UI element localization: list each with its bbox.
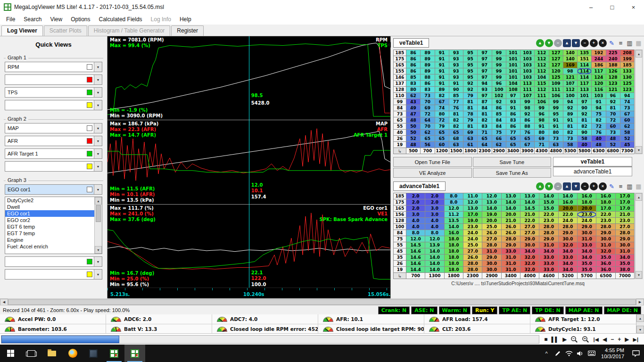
cell-84-5700[interactable]: 30.0 (577, 230, 596, 236)
cell-19-3900[interactable]: 67 (520, 142, 535, 148)
cell-19-1800[interactable]: 18.0 (444, 267, 463, 273)
cell-84-7000[interactable]: 28.0 (615, 230, 634, 236)
channel-combo-tps[interactable]: TPS▼ (5, 87, 102, 98)
cell-185-1300[interactable]: 2.0 (425, 193, 444, 199)
cell-19-1300[interactable]: 14.0 (425, 267, 444, 273)
save-tune-button[interactable]: Save Tune (473, 157, 552, 167)
plus-button[interactable]: + (618, 336, 621, 343)
cell-110-2900[interactable]: 102 (492, 93, 506, 99)
cell-35-5200[interactable]: 33.0 (558, 255, 577, 261)
cell-73-4300[interactable]: 96 (535, 111, 549, 117)
cell-137-2900[interactable]: 96 (492, 81, 506, 87)
scroll-thumb[interactable] (96, 205, 101, 222)
cell-137-700[interactable]: 86 (421, 81, 435, 87)
zoom-in-button[interactable]: + (582, 336, 589, 343)
scroll-up-icon[interactable]: ▲ (636, 193, 642, 201)
cell-84-3900[interactable]: 98 (520, 105, 535, 111)
cell-40-6300[interactable]: 76 (592, 130, 606, 136)
cell-26-1300[interactable]: 14.0 (425, 261, 444, 267)
cell-165-4300[interactable]: 112 (535, 62, 549, 68)
cell-137-4800[interactable]: 109 (549, 81, 563, 87)
menu-file[interactable]: File (2, 15, 19, 24)
cell-73-6300[interactable]: 75 (592, 111, 606, 117)
cell-84-500[interactable]: 49 (406, 105, 421, 111)
graph-hscrollbar[interactable]: ◀ ▶ (0, 298, 644, 305)
cell-40-700[interactable]: 62 (421, 130, 435, 136)
volume-icon[interactable] (575, 351, 586, 356)
cell-175-7000[interactable]: 17.0 (615, 199, 634, 206)
cell-99-1500[interactable]: 77 (449, 99, 463, 105)
cell-137-1200[interactable]: 91 (435, 81, 449, 87)
cell-165-5200[interactable]: 20.0 (558, 206, 577, 212)
cell-165-7300[interactable]: 185 (620, 62, 634, 68)
cell-175-1200[interactable]: 91 (435, 56, 449, 62)
cell-165-3400[interactable]: 14.0 (501, 206, 520, 212)
cell-146-5800[interactable]: 114 (578, 74, 592, 81)
cell-128-4600[interactable]: 23.0 (539, 218, 558, 224)
cell-65-2300[interactable]: 82 (478, 117, 492, 123)
cell-19-2900[interactable]: 62 (492, 142, 506, 148)
cell-128-700[interactable]: 83 (421, 87, 435, 93)
start-button[interactable] (0, 345, 21, 362)
cell-155-5800[interactable]: 114 (578, 68, 592, 74)
cell-99-4800[interactable]: 99 (549, 99, 563, 105)
ve-scale-icon[interactable]: − (554, 39, 562, 47)
cell-45-5700[interactable]: 34.0 (577, 248, 596, 255)
list-item-engine[interactable]: Engine (5, 237, 94, 243)
cell-128-3400[interactable]: 21.0 (501, 218, 520, 224)
cell-175-2900[interactable]: 99 (492, 56, 506, 62)
cell-26-1500[interactable]: 68 (449, 136, 463, 142)
cell-55-1800[interactable]: 81 (463, 123, 478, 130)
cell-26-2900[interactable]: 66 (492, 136, 506, 142)
channel-combo-map[interactable]: MAP▼ (5, 123, 102, 133)
cell-110-1500[interactable]: 85 (449, 93, 463, 99)
table-tab-vetable1[interactable]: veTable1 (553, 157, 632, 167)
cell-99-3900[interactable]: 99 (520, 99, 535, 105)
cell-175-5200[interactable]: 16.0 (558, 199, 577, 206)
cell-40-7300[interactable]: 58 (620, 130, 634, 136)
cell-75-5200[interactable]: 30.0 (558, 236, 577, 242)
cell-55-4800[interactable]: 91 (549, 123, 563, 130)
cell-155-500[interactable]: 86 (406, 68, 421, 74)
advance-shift-down-icon[interactable]: ▼ (572, 182, 580, 190)
cell-73-6800[interactable]: 70 (606, 111, 620, 117)
playback-thumb[interactable] (1, 336, 119, 343)
cell-73-3400[interactable]: 86 (506, 111, 520, 117)
cell-165-4600[interactable]: 15.0 (539, 206, 558, 212)
minimize-button[interactable]: – (580, 0, 602, 14)
cell-128-7000[interactable]: 23.0 (615, 218, 634, 224)
cell-35-7000[interactable]: 34.0 (615, 255, 634, 261)
cell-84-4800[interactable]: 99 (549, 105, 563, 111)
cell-175-700[interactable]: 2.0 (406, 199, 425, 206)
cell-40-1200[interactable]: 65 (435, 130, 449, 136)
scroll-down-icon[interactable]: ▼ (636, 271, 642, 279)
cell-35-700[interactable]: 14.6 (406, 255, 425, 261)
cell-137-7300[interactable]: 125 (620, 81, 634, 87)
cell-45-3400[interactable]: 33.0 (501, 248, 520, 255)
cell-35-6500[interactable]: 35.0 (596, 255, 615, 261)
collapse-panel-icon[interactable] (387, 42, 391, 48)
cell-146-2300[interactable]: 97 (478, 74, 492, 81)
close-button[interactable]: × (623, 0, 644, 14)
cell-156-2300[interactable]: 17.0 (463, 212, 482, 218)
advance-grid-view-icon[interactable]: ▦ (635, 182, 643, 190)
cell-65-700[interactable]: 64 (421, 117, 435, 123)
cell-100-4600[interactable]: 28.0 (539, 224, 558, 230)
cell-175-1300[interactable]: 2.0 (425, 199, 444, 206)
cell-128-4800[interactable]: 111 (549, 87, 563, 93)
cell-26-5200[interactable]: 34.0 (558, 261, 577, 267)
playback-cursor[interactable] (249, 36, 249, 288)
cell-100-5700[interactable]: 29.0 (577, 224, 596, 230)
tunerstudio-button[interactable] (83, 345, 104, 362)
cell-65-1500[interactable]: 82 (449, 117, 463, 123)
cell-100-2300[interactable]: 23.0 (463, 224, 482, 230)
cell-26-5300[interactable]: 73 (563, 136, 577, 142)
menu-calculated-fields[interactable]: Calculated Fields (95, 15, 147, 24)
cell-75-3400[interactable]: 28.0 (501, 236, 520, 242)
cell-75-6500[interactable]: 30.0 (596, 236, 615, 242)
list-item-egt-7-temp[interactable]: EGT 7 temp (5, 230, 94, 237)
cell-55-1500[interactable]: 82 (449, 123, 463, 130)
cell-84-6300[interactable]: 94 (592, 105, 606, 111)
cell-26-7300[interactable]: 52 (620, 136, 634, 142)
cell-185-5200[interactable]: 14.0 (558, 193, 577, 199)
